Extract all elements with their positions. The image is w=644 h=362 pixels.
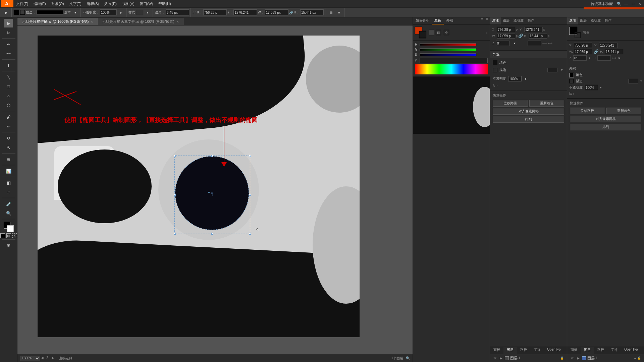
h-coord-input[interactable] — [529, 33, 547, 39]
far-shear-input[interactable] — [597, 55, 611, 61]
pen-sub-tool[interactable]: ✒+ — [4, 49, 13, 58]
far-tab-transparency[interactable]: 透明度 — [589, 17, 603, 24]
far-flip-v-icon[interactable]: ⇅ — [618, 56, 621, 60]
angle-dropdown-btn[interactable]: ▾ — [511, 40, 518, 47]
w-input[interactable] — [265, 9, 288, 15]
far-layers-tab-panel[interactable]: 面板 — [567, 347, 581, 354]
gradient-tool[interactable]: ◧ — [4, 178, 13, 187]
panel-expand-btn[interactable]: ≫ — [479, 17, 485, 24]
far-offset-path-btn[interactable]: 位移路径 — [570, 108, 605, 114]
far-tab-actions[interactable]: 操作 — [603, 17, 613, 24]
link-proportional-icon[interactable]: 🔗 — [289, 11, 293, 14]
canvas-viewport[interactable]: + 使用【椭圆工具】绘制圆形，【直接选择工具】调整，做出不规则的椭圆 ↖ — [17, 25, 413, 354]
style-options-btn[interactable]: ▸ — [144, 9, 151, 16]
proportional-link-icon[interactable]: 🔗 — [518, 34, 523, 38]
stroke-color-swatch[interactable] — [20, 10, 25, 15]
far-layer-expand[interactable]: ▶ — [576, 356, 581, 361]
settings-icon[interactable]: ⚙ — [444, 30, 449, 35]
x-input[interactable] — [203, 9, 227, 15]
far-stroke-width-input[interactable] — [628, 79, 638, 83]
zoom-tool[interactable]: 🔍 — [4, 209, 13, 218]
layer-1-name[interactable]: 图层 1 — [510, 356, 559, 361]
background-swatch[interactable] — [7, 225, 14, 232]
opacity-input[interactable] — [100, 9, 117, 15]
menu-select[interactable]: 选择(S) — [84, 1, 102, 7]
color-swatch-display[interactable] — [415, 27, 426, 38]
stroke-swatch[interactable] — [493, 68, 497, 72]
swatch-pair[interactable] — [4, 222, 14, 232]
far-angle-input[interactable] — [573, 55, 587, 61]
zoom-in-icon[interactable]: 🔍 — [406, 356, 410, 360]
stroke-color-main[interactable] — [575, 32, 581, 38]
nav-prev-btn[interactable]: ◀ — [41, 356, 46, 361]
w-coord-input[interactable] — [497, 33, 515, 39]
tab-2[interactable]: 元旦是只猫逸逸文件.ai @ 100% (RGB/预览) ✕ — [98, 18, 183, 25]
menu-file[interactable]: 文件(F) — [13, 1, 31, 7]
warp-tool[interactable]: ≋ — [4, 155, 13, 164]
layers-panel-tab[interactable]: 面板 — [490, 347, 503, 354]
props-tab-transparency[interactable]: 透明度 — [512, 17, 526, 24]
color-tab[interactable]: 颜色 — [432, 17, 444, 24]
brush-tool[interactable]: 🖌 — [4, 113, 13, 121]
opacity-more-btn[interactable]: ▸ — [117, 9, 125, 16]
h-input[interactable] — [300, 9, 324, 15]
sel-handle-tr[interactable] — [249, 155, 251, 157]
menu-text[interactable]: 文字(T) — [67, 1, 84, 7]
pen-tool[interactable]: ✒ — [4, 40, 13, 49]
menu-effect[interactable]: 效果(E) — [102, 1, 119, 7]
flip-v-icon[interactable]: ⟺ — [548, 42, 552, 45]
eyedropper-tool[interactable]: 💉 — [4, 199, 13, 208]
ellipse-tool[interactable]: ○ — [4, 92, 13, 100]
layer-expand-icon[interactable]: ▶ — [499, 356, 503, 361]
far-flip-h-icon[interactable]: ⟺ — [612, 56, 616, 60]
menu-view[interactable]: 视图(V) — [119, 1, 137, 7]
sel-handle-br[interactable] — [249, 233, 251, 235]
stroke-dropdown-btn[interactable]: ▾ — [71, 9, 79, 16]
far-h-input[interactable] — [605, 49, 623, 54]
align-btn[interactable]: ≡ — [335, 9, 343, 16]
y-input[interactable] — [233, 9, 257, 15]
far-angle-dropdown[interactable]: ▾ — [589, 56, 590, 60]
far-x-input[interactable] — [574, 43, 592, 48]
menu-help[interactable]: 帮助(H) — [156, 1, 173, 7]
maximize-btn[interactable]: □ — [631, 2, 636, 6]
bg-color-box[interactable] — [419, 31, 426, 38]
layers-tab-char[interactable]: 字符 — [530, 347, 544, 354]
far-link-icon[interactable]: 🔗 — [594, 49, 599, 54]
far-layers-tab-layers[interactable]: 图层 — [581, 347, 594, 354]
far-stroke-dropdown[interactable]: ▾ — [640, 79, 642, 83]
opacity-appear-input[interactable] — [508, 76, 522, 81]
search-icon[interactable]: 🔍 — [617, 2, 622, 6]
hex-input[interactable] — [420, 58, 488, 63]
menu-window[interactable]: 窗口(W) — [137, 1, 156, 7]
direct-select-tool[interactable]: ▷ — [4, 28, 13, 37]
gradient-mode-icon[interactable]: ◧ — [6, 233, 11, 238]
mesh-tool[interactable]: # — [4, 188, 13, 196]
style-preview[interactable] — [136, 10, 143, 15]
corner-input[interactable] — [166, 9, 189, 15]
far-layer-name[interactable]: 图层 1 — [587, 356, 633, 361]
gradient-mode-icon[interactable]: ◧ — [436, 30, 441, 35]
stroke-width-dropdown[interactable]: ▾ — [559, 66, 564, 74]
stroke-width-appear-input[interactable] — [547, 68, 557, 72]
graph-tool[interactable]: 📊 — [4, 167, 13, 175]
none-icon[interactable]: ╳ — [12, 233, 17, 238]
tab-1[interactable]: 元旦是只猫讲解.ai @ 1600% (RGB/预览) ✕ — [17, 18, 98, 25]
b-slider[interactable] — [420, 53, 476, 56]
line-tool[interactable]: ╲ — [4, 73, 13, 81]
props-tab-layers[interactable]: 图层 — [501, 17, 512, 24]
props-tab-actions[interactable]: 操作 — [526, 17, 536, 24]
far-layers-tab-ot[interactable]: OpenTyp — [621, 347, 641, 354]
far-opacity-arrow[interactable]: ▸ — [600, 86, 602, 89]
type-tool[interactable]: T — [4, 61, 13, 70]
artboard-tool[interactable]: ⊞ — [4, 241, 13, 250]
far-layer-eye[interactable]: 👁 — [570, 356, 575, 361]
menu-object[interactable]: 对象(O) — [49, 1, 67, 7]
g-slider[interactable] — [420, 48, 476, 51]
layers-tab-paths[interactable]: 路径 — [517, 347, 530, 354]
arrange-btn-action[interactable]: 排列 — [493, 116, 564, 123]
far-fill-swatch[interactable] — [569, 73, 574, 77]
select-tool[interactable]: ▶ — [4, 19, 13, 27]
far-layer-lock[interactable]: 🔒 — [637, 356, 641, 360]
far-layers-tab-char[interactable]: 字符 — [607, 347, 621, 354]
